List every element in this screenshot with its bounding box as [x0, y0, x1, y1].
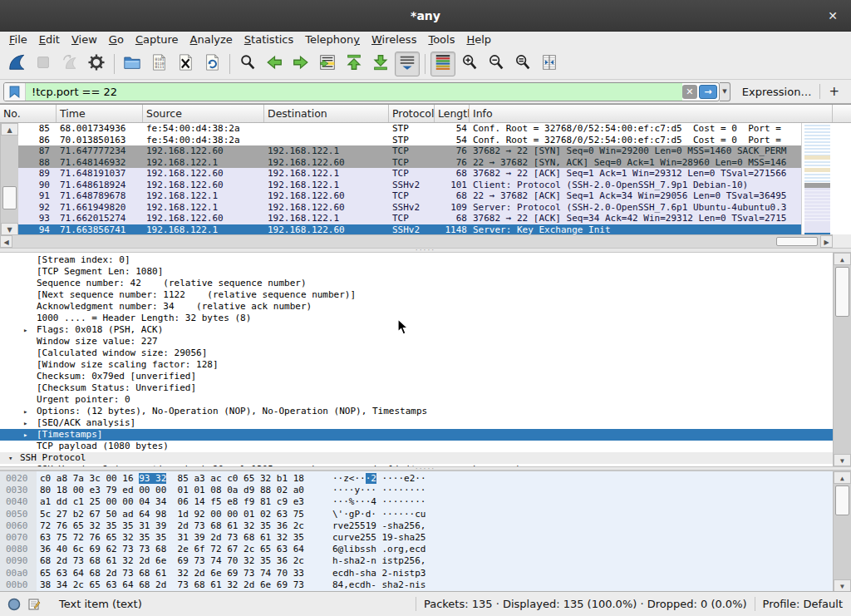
- menu-analyze[interactable]: Analyze: [184, 32, 239, 48]
- find-packet-button[interactable]: [235, 52, 260, 76]
- scrollbar-thumb[interactable]: [835, 485, 849, 515]
- hex-bytes[interactable]: 5c 27 b2 67 50 ad 64 98 1d 92 00 00 01 0…: [37, 509, 304, 520]
- menu-help[interactable]: Help: [460, 32, 497, 48]
- detail-line[interactable]: Acknowledgment number: 34 (relative ack …: [0, 301, 833, 313]
- zoom-out-button[interactable]: [484, 52, 509, 76]
- hex-row[interactable]: 0020c0 a8 7a 3c 00 16 93 32 85 a3 ac c0 …: [0, 473, 833, 485]
- menu-wireless[interactable]: Wireless: [366, 32, 422, 48]
- scroll-up-arrow-icon[interactable]: ▲: [1, 123, 18, 136]
- detail-line[interactable]: [Next sequence number: 1122 (relative se…: [0, 289, 833, 301]
- packet-row[interactable]: 8568.001734936fe:54:00:d4:38:2aSTP54Conf…: [0, 123, 801, 135]
- details-vertical-scrollbar[interactable]: ▲ ▼: [833, 253, 851, 466]
- hex-row[interactable]: 006072 76 65 32 35 35 31 39 2d 73 68 61 …: [0, 520, 833, 532]
- hex-row[interactable]: 007063 75 72 76 65 32 35 35 31 39 2d 73 …: [0, 532, 833, 544]
- hex-row[interactable]: 008036 40 6c 69 62 73 73 68 2e 6f 72 67 …: [0, 544, 833, 555]
- expander-open-icon[interactable]: ▾: [8, 452, 12, 464]
- go-forward-button[interactable]: [288, 52, 313, 76]
- hex-bytes[interactable]: 80 18 00 e3 79 ed 00 00 01 01 08 0a d9 8…: [37, 485, 304, 496]
- packet-row[interactable]: 9171.648789678192.168.122.1192.168.122.6…: [0, 190, 801, 202]
- hex-bytes[interactable]: 72 76 65 32 35 35 31 39 2d 73 68 61 32 3…: [37, 520, 304, 532]
- start-capture-button[interactable]: [4, 52, 29, 76]
- expander-closed-icon[interactable]: ▸: [23, 406, 27, 417]
- expander-closed-icon[interactable]: ▸: [23, 417, 27, 429]
- scrollbar-thumb[interactable]: [835, 267, 849, 317]
- scroll-down-arrow-icon[interactable]: ▼: [1, 223, 18, 235]
- detail-line[interactable]: Window size value: 227: [0, 336, 833, 347]
- column-header-length[interactable]: Length: [435, 105, 470, 122]
- hex-bytes[interactable]: 38 34 2c 65 63 64 68 2d 73 68 61 32 2d 6…: [37, 579, 304, 591]
- filter-bookmark-button[interactable]: [4, 83, 26, 101]
- hex-ascii[interactable]: h-sha2-n istp256,: [304, 555, 426, 567]
- packet-row[interactable]: 9471.663856741192.168.122.1192.168.122.6…: [0, 224, 801, 236]
- detail-line[interactable]: Urgent pointer: 0: [0, 394, 833, 406]
- menu-tools[interactable]: Tools: [422, 32, 460, 48]
- selected-ascii[interactable]: ·2: [366, 473, 376, 484]
- scroll-down-arrow-icon[interactable]: ▼: [834, 579, 851, 591]
- column-header-info[interactable]: Info: [470, 105, 833, 122]
- hex-ascii[interactable]: ···%···4 ········: [304, 496, 426, 508]
- capture-options-button[interactable]: [84, 52, 109, 76]
- go-first-packet-button[interactable]: [342, 52, 366, 76]
- filter-history-dropdown[interactable]: ▼: [720, 82, 730, 101]
- menu-edit[interactable]: Edit: [33, 32, 66, 48]
- hex-bytes[interactable]: 68 2d 73 68 61 32 2d 6e 69 73 74 70 32 3…: [37, 555, 304, 567]
- colorize-packet-list-button[interactable]: [430, 52, 455, 76]
- bytes-vertical-scrollbar[interactable]: ▲ ▼: [833, 471, 851, 591]
- hex-row[interactable]: 00a065 63 64 68 2d 73 68 61 32 2d 6e 69 …: [0, 568, 833, 579]
- hex-ascii[interactable]: 84,ecdh- sha2-nis: [304, 579, 426, 591]
- packet-row[interactable]: 8670.013850163fe:54:00:d4:38:2aSTP54Conf…: [0, 135, 801, 146]
- packet-row[interactable]: 9071.648618924192.168.122.60192.168.122.…: [0, 180, 801, 191]
- add-filter-button[interactable]: +: [820, 84, 846, 99]
- detail-line[interactable]: Checksum: 0x79ed [unverified]: [0, 371, 833, 382]
- detail-line[interactable]: ▸Flags: 0x018 (PSH, ACK): [0, 324, 833, 336]
- packet-list-vertical-scrollbar[interactable]: ▲ ▼: [0, 123, 18, 235]
- packet-row[interactable]: 9371.662015274192.168.122.60192.168.122.…: [0, 213, 801, 224]
- hex-bytes[interactable]: 36 40 6c 69 62 73 73 68 2e 6f 72 67 2c 6…: [37, 544, 304, 555]
- scroll-up-arrow-icon[interactable]: ▲: [834, 471, 851, 484]
- scrollbar-thumb[interactable]: [776, 237, 818, 246]
- packet-row[interactable]: 9271.661949820192.168.122.1192.168.122.6…: [0, 202, 801, 214]
- reload-capture-file-button[interactable]: [199, 52, 224, 76]
- auto-scroll-live-capture-button[interactable]: [395, 52, 420, 76]
- scroll-left-arrow-icon[interactable]: ◀: [0, 235, 12, 248]
- hex-bytes[interactable]: a1 dd c1 25 00 00 04 34 06 14 f5 e8 f9 8…: [37, 496, 304, 508]
- packet-row[interactable]: 8771.647777234192.168.122.60192.168.122.…: [0, 145, 801, 157]
- expander-closed-icon[interactable]: ▸: [23, 429, 27, 441]
- hex-row[interactable]: 00505c 27 b2 67 50 ad 64 98 1d 92 00 00 …: [0, 509, 833, 520]
- detail-line[interactable]: ▸[Timestamps]: [0, 429, 833, 441]
- hex-ascii[interactable]: \'·gP·d· ······cu: [304, 509, 426, 520]
- detail-line[interactable]: Sequence number: 42 (relative sequence n…: [0, 278, 833, 289]
- hex-bytes[interactable]: 65 63 64 68 2d 73 68 61 32 2d 6e 69 73 7…: [37, 568, 304, 579]
- close-capture-file-button[interactable]: [173, 52, 198, 76]
- open-capture-file-button[interactable]: [120, 52, 145, 76]
- save-capture-file-button[interactable]: 010101100111: [146, 52, 171, 76]
- detail-line[interactable]: ▾SSH Protocol: [0, 452, 833, 464]
- detail-line[interactable]: ▸SSH Version 2 (encryption:chacha20-poly…: [0, 464, 833, 466]
- detail-line[interactable]: ▸Options: (12 bytes), No-Operation (NOP)…: [0, 406, 833, 417]
- hex-ascii[interactable]: rve25519 -sha256,: [304, 520, 426, 532]
- scroll-down-arrow-icon[interactable]: ▼: [834, 454, 851, 466]
- column-header-protocol[interactable]: Protocol: [389, 105, 435, 122]
- expander-closed-icon[interactable]: ▸: [23, 324, 27, 336]
- expression-button[interactable]: Expression…: [730, 86, 820, 98]
- hex-row[interactable]: 00b038 34 2c 65 63 64 68 2d 73 68 61 32 …: [0, 579, 833, 591]
- detail-line[interactable]: [Stream index: 0]: [0, 254, 833, 266]
- detail-line[interactable]: TCP payload (1080 bytes): [0, 441, 833, 452]
- display-filter-input[interactable]: [26, 83, 682, 101]
- scrollbar-thumb[interactable]: [2, 186, 17, 209]
- menu-telephony[interactable]: Telephony: [299, 32, 366, 48]
- intelligent-scrollbar-minimap[interactable]: [801, 123, 833, 235]
- go-back-button[interactable]: [262, 52, 287, 76]
- hex-bytes[interactable]: c0 a8 7a 3c 00 16 93 32 85 a3 ac c0 65 3…: [37, 473, 304, 485]
- hex-row[interactable]: 0040a1 dd c1 25 00 00 04 34 06 14 f5 e8 …: [0, 496, 833, 508]
- go-last-packet-button[interactable]: [368, 52, 393, 76]
- hex-ascii[interactable]: curve255 19-sha25: [304, 532, 426, 544]
- clear-filter-button[interactable]: ✕: [682, 85, 697, 99]
- scroll-right-arrow-icon[interactable]: ▶: [820, 235, 833, 248]
- zoom-in-button[interactable]: [457, 52, 482, 76]
- detail-line[interactable]: ▸[SEQ/ACK analysis]: [0, 417, 833, 429]
- scroll-up-arrow-icon[interactable]: ▲: [834, 253, 851, 265]
- menu-view[interactable]: View: [66, 32, 103, 48]
- apply-filter-button[interactable]: →: [699, 85, 717, 99]
- capture-comment-button[interactable]: [27, 598, 41, 611]
